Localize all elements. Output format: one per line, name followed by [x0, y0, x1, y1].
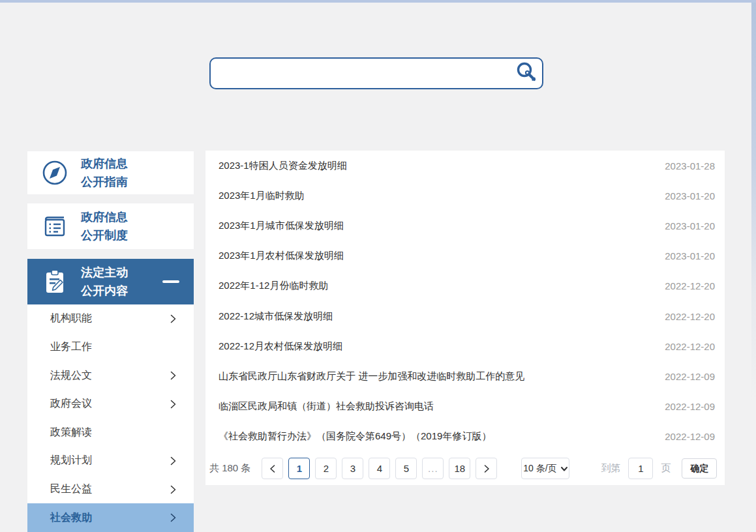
item-date: 2022-12-20 — [652, 311, 715, 322]
menu-item-label: 业务工作 — [50, 340, 92, 354]
article-list: 2023-1特困人员资金发放明细2023-01-282023年1月临时救助202… — [205, 151, 725, 452]
clipboard-icon — [40, 267, 70, 297]
page-button[interactable]: 2 — [315, 458, 337, 479]
list-item[interactable]: 2022-12月农村低保发放明细2022-12-20 — [205, 331, 725, 361]
card-label: 政府信息 公开指南 — [81, 155, 128, 191]
item-title[interactable]: 2023年1月农村低保发放明细 — [219, 250, 344, 262]
page-button[interactable]: 1 — [288, 458, 310, 479]
item-title[interactable]: 临淄区民政局和镇（街道）社会救助投诉咨询电话 — [219, 400, 434, 413]
item-date: 2022-12-09 — [652, 371, 715, 382]
goto-suffix-label: 页 — [661, 462, 671, 475]
menu-item-label: 机构职能 — [50, 312, 92, 325]
item-title[interactable]: 2023年1月临时救助 — [219, 190, 305, 202]
item-date: 2022-12-09 — [652, 431, 715, 442]
goto-prefix-label: 到第 — [601, 462, 620, 475]
search-input[interactable] — [211, 59, 512, 88]
total-count-label: 共 180 条 — [209, 462, 250, 475]
card-label: 政府信息 公开制度 — [81, 208, 128, 244]
item-title[interactable]: 2023年1月城市低保发放明细 — [219, 220, 344, 232]
chevron-right-icon — [168, 399, 178, 409]
item-date: 2023-01-20 — [652, 190, 715, 201]
page-size-select[interactable]: 10 条/页 — [521, 458, 569, 479]
sidebar-card-disclosure-guide[interactable]: 政府信息 公开指南 — [27, 151, 194, 194]
page-size-value: 10 条/页 — [523, 463, 556, 475]
item-date: 2022-12-20 — [652, 341, 715, 352]
chevron-right-icon — [168, 314, 178, 324]
item-date: 2022-12-20 — [652, 280, 715, 291]
prev-page-button[interactable] — [262, 458, 283, 479]
page-button[interactable]: 18 — [449, 458, 470, 479]
list-item[interactable]: 2023年1月农村低保发放明细2023-01-20 — [205, 241, 725, 271]
goto-page-input[interactable] — [628, 458, 653, 479]
item-title[interactable]: 2022-12月农村低保发放明细 — [219, 340, 342, 353]
item-title[interactable]: 2022年1-12月份临时救助 — [219, 280, 328, 292]
chevron-right-icon — [168, 512, 178, 523]
chevron-right-icon — [168, 370, 178, 381]
card-label: 法定主动 公开内容 — [81, 263, 128, 300]
top-accent-bar — [0, 0, 756, 3]
search-icon — [515, 61, 538, 86]
item-title[interactable]: 山东省民政厅山东省财政厅关于 进一步加强和改进临时救助工作的意见 — [219, 370, 524, 383]
scrollbar-track — [751, 3, 756, 532]
next-page-button[interactable] — [476, 458, 497, 479]
list-item[interactable]: 2023-1特困人员资金发放明细2023-01-28 — [205, 151, 725, 181]
menu-item-label: 民生公益 — [50, 482, 92, 496]
sidebar-menu-item[interactable]: 社会救助 — [27, 503, 194, 532]
list-item[interactable]: 《社会救助暂行办法》（国务院令第649号）（2019年修订版）2022-12-0… — [205, 422, 725, 452]
sidebar-menu-item[interactable]: 民生公益 — [27, 475, 194, 504]
sidebar-card-disclosure-system[interactable]: 政府信息 公开制度 — [27, 203, 194, 249]
book-icon — [40, 211, 70, 241]
item-title[interactable]: 《社会救助暂行办法》（国务院令第649号）（2019年修订版） — [219, 430, 491, 443]
collapse-minus-icon[interactable] — [162, 280, 179, 283]
page-button[interactable]: 3 — [342, 458, 363, 479]
chevron-right-icon — [168, 484, 178, 495]
list-item[interactable]: 临淄区民政局和镇（街道）社会救助投诉咨询电话2022-12-09 — [205, 392, 725, 422]
page-buttons: 12345...18 — [262, 458, 502, 479]
menu-item-label: 社会救助 — [50, 511, 92, 525]
page-button[interactable]: 5 — [395, 458, 417, 479]
sidebar-menu-item[interactable]: 规划计划 — [27, 447, 194, 475]
page-number-buttons: 12345...18 — [288, 458, 476, 479]
sidebar-menu: 机构职能业务工作法规公文政府会议政策解读规划计划民生公益社会救助 — [27, 304, 194, 532]
chevron-right-icon — [168, 456, 178, 466]
list-item[interactable]: 山东省民政厅山东省财政厅关于 进一步加强和改进临时救助工作的意见2022-12-… — [205, 361, 725, 391]
list-item[interactable]: 2023年1月城市低保发放明细2023-01-20 — [205, 211, 725, 241]
content-panel: 2023-1特困人员资金发放明细2023-01-282023年1月临时救助202… — [205, 151, 725, 485]
sidebar-menu-item[interactable]: 政策解读 — [27, 419, 194, 447]
item-date: 2023-01-20 — [652, 220, 715, 231]
item-date: 2023-01-28 — [652, 160, 715, 171]
menu-item-label: 政策解读 — [50, 426, 92, 439]
search-button[interactable] — [512, 59, 541, 88]
menu-item-label: 政府会议 — [50, 397, 92, 411]
sidebar-menu-item[interactable]: 机构职能 — [27, 304, 194, 333]
item-title[interactable]: 2023-1特困人员资金发放明细 — [219, 160, 347, 172]
goto-page-group: 到第 页 确定 — [601, 458, 717, 479]
menu-item-label: 法规公文 — [50, 369, 92, 383]
item-title[interactable]: 2022-12城市低保发放明细 — [219, 310, 333, 323]
menu-item-label: 规划计划 — [50, 454, 92, 467]
list-item[interactable]: 2022年1-12月份临时救助2022-12-20 — [205, 271, 725, 301]
more-pages-button[interactable]: ... — [422, 458, 444, 479]
goto-confirm-button[interactable]: 确定 — [682, 458, 717, 479]
sidebar-menu-item[interactable]: 政府会议 — [27, 390, 194, 419]
item-date: 2023-01-20 — [652, 250, 715, 261]
sidebar-card-legal-disclosure[interactable]: 法定主动 公开内容 — [27, 259, 194, 304]
list-item[interactable]: 2022-12城市低保发放明细2022-12-20 — [205, 301, 725, 331]
item-date: 2022-12-09 — [652, 401, 715, 412]
chevron-down-icon — [560, 465, 568, 473]
sidebar-menu-item[interactable]: 法规公文 — [27, 361, 194, 390]
pagination-bar: 共 180 条 12345...18 10 条/页 到第 页 确定 — [205, 452, 725, 485]
page-button[interactable]: 4 — [369, 458, 390, 479]
compass-icon — [40, 158, 70, 188]
list-item[interactable]: 2023年1月临时救助2023-01-20 — [205, 181, 725, 211]
sidebar-menu-item[interactable]: 业务工作 — [27, 333, 194, 362]
search-bar — [209, 57, 543, 89]
